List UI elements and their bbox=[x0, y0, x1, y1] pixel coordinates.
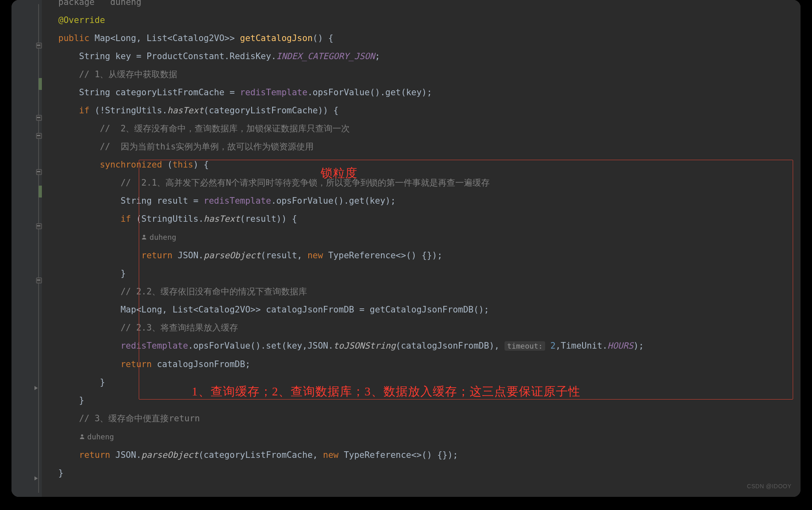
fold-toggle[interactable] bbox=[36, 169, 41, 174]
type: String bbox=[79, 87, 110, 97]
annotation-label-1: 锁粒度 bbox=[321, 165, 358, 181]
t: duheng bbox=[110, 0, 141, 7]
code-editor[interactable]: package duheng @Override public Map<Long… bbox=[42, 0, 801, 497]
t: (categoryListFromCache)) { bbox=[204, 106, 339, 115]
svg-point-1 bbox=[81, 434, 83, 436]
var: categoryListFromCache bbox=[115, 87, 225, 97]
static-field: INDEX_CATEGORY_JSON bbox=[276, 51, 375, 61]
static-method: hasText bbox=[167, 106, 204, 115]
t: .opsForValue().get(key); bbox=[307, 87, 432, 97]
t bbox=[95, 0, 110, 7]
annotation-override: @Override bbox=[58, 15, 105, 25]
gutter bbox=[11, 0, 42, 497]
cls: ProductConstant.RedisKey. bbox=[147, 51, 276, 61]
static-method: parseObject bbox=[141, 450, 198, 460]
t: () { bbox=[313, 33, 334, 43]
comment: // 3、缓存命中便直接return bbox=[79, 414, 200, 423]
type: String bbox=[79, 51, 110, 61]
brace: } bbox=[79, 395, 85, 405]
t: TypeReference<>() {}); bbox=[339, 450, 458, 460]
type: Map<Long, List<Catalog2VO>> bbox=[95, 33, 235, 43]
fold-toggle[interactable] bbox=[36, 223, 41, 228]
brace: } bbox=[58, 468, 64, 478]
annotation-box bbox=[139, 160, 793, 400]
fold-guide bbox=[38, 4, 39, 493]
kw: public bbox=[58, 33, 89, 43]
brace: } bbox=[100, 377, 105, 387]
t: (categoryListFromCache, bbox=[198, 450, 323, 460]
t: = bbox=[131, 51, 147, 61]
author-inlay: duheng bbox=[79, 432, 114, 441]
t: ; bbox=[375, 51, 380, 61]
t: (!StringUtils. bbox=[89, 106, 167, 115]
fold-toggle[interactable] bbox=[36, 133, 41, 138]
run-gutter-icon[interactable] bbox=[34, 386, 39, 391]
t: = bbox=[225, 87, 240, 97]
t: JSON. bbox=[110, 450, 141, 460]
var: key bbox=[115, 51, 131, 61]
kw: if bbox=[79, 106, 89, 115]
author-name: duheng bbox=[87, 432, 114, 441]
comment: // 2、缓存没有命中，查询数据库，加锁保证数据库只查询一次 bbox=[100, 124, 350, 133]
comment: // 因为当前this实例为单例，故可以作为锁资源使用 bbox=[100, 142, 314, 152]
comment: // 1、从缓存中获取数据 bbox=[79, 69, 178, 79]
fold-toggle[interactable] bbox=[36, 43, 41, 48]
run-gutter-icon[interactable] bbox=[34, 476, 39, 481]
kw: if bbox=[121, 214, 131, 224]
fold-toggle[interactable] bbox=[36, 278, 41, 283]
fold-toggle[interactable] bbox=[36, 115, 41, 120]
t: package bbox=[58, 0, 95, 7]
kw: return bbox=[79, 450, 110, 460]
watermark: CSDN @IDOOY bbox=[747, 483, 791, 489]
editor-frame: package duheng @Override public Map<Long… bbox=[11, 0, 801, 497]
annotation-label-2: 1、查询缓存；2、查询数据库；3、数据放入缓存；这三点要保证原子性 bbox=[192, 384, 580, 400]
brace: } bbox=[121, 269, 126, 278]
method-name: getCatalogJson bbox=[240, 33, 313, 43]
field: redisTemplate bbox=[240, 87, 307, 97]
kw: new bbox=[323, 450, 339, 460]
